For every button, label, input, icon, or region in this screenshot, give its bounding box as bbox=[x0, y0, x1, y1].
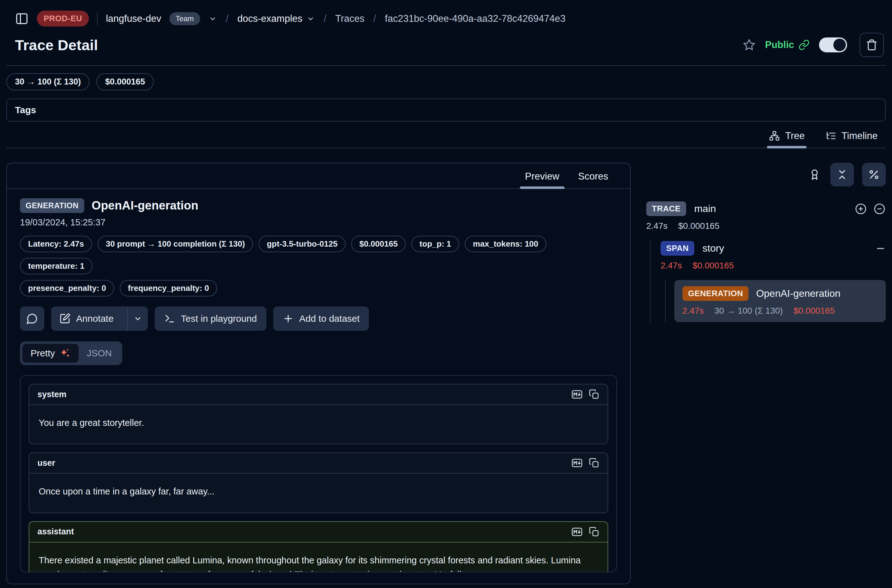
trace-tree-panel: TRACE main 2.47s $0.000165 SPAN bbox=[646, 163, 886, 322]
copy-icon[interactable] bbox=[589, 389, 599, 400]
trace-badge: TRACE bbox=[646, 201, 686, 216]
comment-button[interactable] bbox=[20, 306, 44, 331]
markdown-toggle-icon[interactable] bbox=[571, 458, 583, 469]
generation-name: OpenAI-generation bbox=[756, 288, 840, 299]
message-header-icons bbox=[571, 389, 599, 400]
observation-timestamp: 19/03/2024, 15:25:37 bbox=[20, 217, 617, 228]
presence-penalty-badge[interactable]: presence_penalty: 0 bbox=[20, 280, 114, 297]
title-row: Trace Detail Public bbox=[6, 27, 886, 57]
annotate-dropdown-caret[interactable] bbox=[127, 306, 148, 331]
generation-latency: 2.47s bbox=[682, 306, 704, 316]
model-badge[interactable]: gpt-3.5-turbo-0125 bbox=[258, 236, 345, 252]
add-to-dataset-button[interactable]: Add to dataset bbox=[273, 306, 369, 331]
max-tokens-badge[interactable]: max_tokens: 100 bbox=[465, 236, 547, 252]
tab-preview[interactable]: Preview bbox=[525, 171, 559, 188]
trash-icon bbox=[866, 39, 878, 51]
temperature-badge[interactable]: temperature: 1 bbox=[20, 258, 93, 274]
trace-row-icons bbox=[854, 202, 886, 215]
breadcrumb-trace-id: fac231bc-90ee-490a-aa32-78c4269474e3 bbox=[385, 13, 565, 24]
top-p-badge[interactable]: top_p: 1 bbox=[411, 236, 459, 252]
star-icon[interactable] bbox=[743, 38, 756, 51]
breadcrumb: PROD-EU langfuse-dev Team / docs-example… bbox=[6, 0, 886, 27]
tree-icon bbox=[769, 130, 780, 141]
markdown-toggle-icon[interactable] bbox=[571, 526, 583, 537]
metrics-toggle-button[interactable] bbox=[862, 163, 886, 186]
cost-badge[interactable]: $0.000165 bbox=[96, 73, 154, 90]
message-header: assistant bbox=[29, 522, 608, 543]
tab-timeline[interactable]: Timeline bbox=[825, 130, 878, 148]
message-content: There existed a majestic planet called L… bbox=[29, 543, 608, 572]
view-tabs: Tree Timeline bbox=[6, 130, 886, 148]
main-area: Preview Scores GENERATION OpenAI-generat… bbox=[6, 163, 886, 584]
collapse-node-icon[interactable] bbox=[875, 243, 886, 254]
token-usage-badge[interactable]: 30 → 100 (Σ 130) bbox=[6, 73, 90, 90]
pretty-toggle[interactable]: Pretty bbox=[23, 344, 79, 363]
test-in-playground-button[interactable]: Test in playground bbox=[155, 306, 266, 331]
breadcrumb-traces[interactable]: Traces bbox=[335, 13, 365, 24]
markdown-toggle-icon[interactable] bbox=[571, 389, 583, 400]
circle-plus-icon[interactable] bbox=[854, 202, 867, 215]
message-header: system bbox=[29, 384, 608, 405]
org-type-badge: Team bbox=[169, 12, 200, 25]
tree-node-span[interactable]: SPAN story bbox=[661, 241, 886, 256]
breadcrumb-separator: / bbox=[373, 12, 377, 25]
observation-card: Preview Scores GENERATION OpenAI-generat… bbox=[6, 163, 631, 584]
message-content: Once upon a time in a galaxy far, far aw… bbox=[29, 474, 608, 512]
message-header-icons bbox=[571, 458, 599, 469]
tree-node-trace[interactable]: TRACE main bbox=[646, 201, 886, 216]
generation-metrics: 2.47s 30 → 100 (Σ 130) $0.000165 bbox=[682, 306, 878, 316]
delete-button[interactable] bbox=[860, 33, 884, 57]
tags-label: Tags bbox=[15, 105, 36, 115]
message-user: user Once upon a time in a galaxy far, bbox=[29, 452, 608, 513]
tree-node-generation-selected[interactable]: GENERATION OpenAI-generation 2.47s 30 → … bbox=[674, 280, 886, 322]
public-link[interactable]: Public bbox=[765, 39, 809, 51]
divider bbox=[97, 12, 98, 25]
environment-badge[interactable]: PROD-EU bbox=[37, 10, 89, 27]
tab-tree[interactable]: Tree bbox=[769, 130, 805, 148]
public-label: Public bbox=[765, 39, 794, 51]
plus-icon bbox=[282, 313, 294, 324]
link-icon bbox=[799, 39, 809, 51]
tab-scores[interactable]: Scores bbox=[578, 171, 608, 188]
message-assistant: assistant There existed bbox=[29, 521, 608, 572]
trace-name: main bbox=[694, 203, 716, 214]
breadcrumb-project[interactable]: docs-examples bbox=[237, 13, 315, 24]
breadcrumb-org[interactable]: langfuse-dev bbox=[106, 13, 161, 24]
generation-tokens: 30 → 100 (Σ 130) bbox=[715, 306, 783, 316]
trace-cost: $0.000165 bbox=[678, 221, 719, 231]
actions-row: Annotate Test in playground Add to datas… bbox=[20, 306, 617, 331]
percent-icon bbox=[868, 169, 880, 180]
card-tabs: Preview Scores bbox=[7, 164, 630, 189]
trace-detail-page: PROD-EU langfuse-dev Team / docs-example… bbox=[0, 0, 892, 588]
card-body: GENERATION OpenAI-generation 19/03/2024,… bbox=[7, 189, 630, 584]
copy-icon[interactable] bbox=[589, 458, 599, 468]
trace-summary: 30 → 100 (Σ 130) $0.000165 bbox=[6, 66, 886, 90]
collapse-all-button[interactable] bbox=[830, 163, 854, 186]
assistant-paragraph: There existed a majestic planet called L… bbox=[39, 553, 598, 572]
trace-children: SPAN story 2.47s $0.000165 GENERATION Op… bbox=[650, 241, 886, 322]
chevrons-down-up-icon bbox=[836, 169, 848, 180]
observation-name: OpenAI-generation bbox=[92, 199, 198, 212]
latency-badge[interactable]: Latency: 2.47s bbox=[20, 236, 92, 252]
message-system: system You are a great storyteller. bbox=[29, 384, 608, 444]
token-usage-badge[interactable]: 30 prompt → 100 completion (Σ 130) bbox=[98, 236, 253, 252]
annotate-button-main[interactable]: Annotate bbox=[51, 306, 122, 331]
messages-container: system You are a great storyteller. bbox=[20, 375, 617, 572]
cost-badge[interactable]: $0.000165 bbox=[351, 236, 406, 252]
toggle-knob bbox=[833, 39, 846, 51]
generation-row: GENERATION OpenAI-generation bbox=[682, 286, 878, 301]
circle-minus-icon[interactable] bbox=[873, 202, 886, 215]
annotate-button[interactable]: Annotate bbox=[51, 306, 148, 331]
message-role: system bbox=[38, 390, 66, 399]
sidebar-toggle-icon[interactable] bbox=[15, 12, 29, 26]
public-toggle[interactable] bbox=[819, 38, 847, 52]
message-header: user bbox=[29, 453, 608, 474]
json-toggle[interactable]: JSON bbox=[79, 344, 120, 362]
award-icon[interactable] bbox=[808, 168, 821, 181]
span-metrics: 2.47s $0.000165 bbox=[661, 261, 886, 271]
chevron-down-icon[interactable] bbox=[306, 14, 315, 23]
frequency-penalty-badge[interactable]: frequency_penalty: 0 bbox=[120, 280, 217, 297]
copy-icon[interactable] bbox=[589, 526, 599, 537]
chevron-down-icon[interactable] bbox=[208, 14, 217, 23]
tags-bar[interactable]: Tags bbox=[6, 99, 886, 122]
